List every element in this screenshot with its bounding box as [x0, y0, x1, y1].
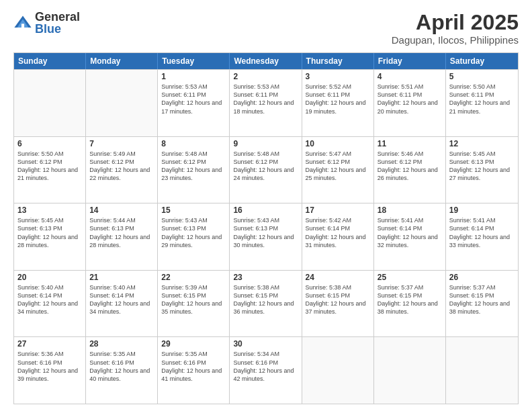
header-day-saturday: Saturday — [446, 53, 518, 69]
day-info: Sunrise: 5:53 AM Sunset: 6:11 PM Dayligh… — [233, 83, 298, 116]
cal-cell-23: 23Sunrise: 5:38 AM Sunset: 6:15 PM Dayli… — [230, 271, 302, 337]
day-number: 25 — [378, 273, 442, 282]
day-number: 14 — [89, 205, 154, 215]
day-number: 23 — [233, 273, 298, 282]
day-number: 16 — [233, 205, 298, 215]
header: General Blue April 2025 Dagupan, Ilocos,… — [13, 11, 519, 46]
day-number: 22 — [161, 273, 226, 282]
subtitle: Dagupan, Ilocos, Philippines — [392, 34, 519, 46]
cal-cell-7: 7Sunrise: 5:49 AM Sunset: 6:12 PM Daylig… — [86, 137, 158, 203]
page: General Blue April 2025 Dagupan, Ilocos,… — [0, 0, 532, 411]
day-info: Sunrise: 5:53 AM Sunset: 6:11 PM Dayligh… — [161, 83, 226, 116]
logo-blue-text: Blue — [35, 23, 80, 35]
main-title: April 2025 — [392, 11, 519, 34]
day-number: 21 — [89, 273, 154, 282]
day-info: Sunrise: 5:45 AM Sunset: 6:13 PM Dayligh… — [17, 216, 82, 249]
day-info: Sunrise: 5:48 AM Sunset: 6:12 PM Dayligh… — [161, 150, 226, 183]
logo-text: General Blue — [35, 11, 80, 35]
day-number: 6 — [17, 139, 82, 148]
day-info: Sunrise: 5:50 AM Sunset: 6:12 PM Dayligh… — [17, 150, 82, 183]
day-number: 13 — [17, 205, 82, 215]
cal-cell-16: 16Sunrise: 5:43 AM Sunset: 6:13 PM Dayli… — [230, 203, 302, 270]
calendar-header: SundayMondayTuesdayWednesdayThursdayFrid… — [14, 53, 518, 69]
day-info: Sunrise: 5:35 AM Sunset: 6:16 PM Dayligh… — [161, 350, 226, 383]
cal-cell-17: 17Sunrise: 5:42 AM Sunset: 6:14 PM Dayli… — [302, 203, 374, 270]
day-number: 11 — [378, 139, 442, 148]
day-number: 28 — [89, 339, 154, 349]
cal-cell-18: 18Sunrise: 5:41 AM Sunset: 6:14 PM Dayli… — [374, 203, 446, 270]
cal-cell-empty-0-1 — [86, 70, 158, 136]
calendar-body: 1Sunrise: 5:53 AM Sunset: 6:11 PM Daylig… — [14, 69, 518, 404]
day-info: Sunrise: 5:48 AM Sunset: 6:12 PM Dayligh… — [233, 150, 298, 183]
day-number: 4 — [378, 72, 442, 81]
cal-cell-30: 30Sunrise: 5:34 AM Sunset: 6:16 PM Dayli… — [230, 337, 302, 404]
cal-cell-27: 27Sunrise: 5:36 AM Sunset: 6:16 PM Dayli… — [14, 337, 86, 404]
header-day-sunday: Sunday — [14, 53, 86, 69]
week-row-1: 1Sunrise: 5:53 AM Sunset: 6:11 PM Daylig… — [14, 69, 518, 136]
cal-cell-5: 5Sunrise: 5:50 AM Sunset: 6:11 PM Daylig… — [446, 70, 518, 136]
day-info: Sunrise: 5:52 AM Sunset: 6:11 PM Dayligh… — [306, 83, 370, 116]
cal-cell-20: 20Sunrise: 5:40 AM Sunset: 6:14 PM Dayli… — [14, 271, 86, 337]
cal-cell-3: 3Sunrise: 5:52 AM Sunset: 6:11 PM Daylig… — [302, 70, 374, 136]
day-number: 1 — [161, 72, 226, 81]
cal-cell-2: 2Sunrise: 5:53 AM Sunset: 6:11 PM Daylig… — [230, 70, 302, 136]
day-number: 30 — [233, 339, 298, 349]
day-number: 8 — [161, 139, 226, 148]
day-number: 5 — [449, 72, 515, 81]
cal-cell-13: 13Sunrise: 5:45 AM Sunset: 6:13 PM Dayli… — [14, 203, 86, 270]
day-number: 19 — [449, 205, 515, 215]
day-info: Sunrise: 5:40 AM Sunset: 6:14 PM Dayligh… — [17, 283, 82, 316]
cal-cell-28: 28Sunrise: 5:35 AM Sunset: 6:16 PM Dayli… — [86, 337, 158, 404]
cal-cell-empty-4-6 — [446, 337, 518, 404]
cal-cell-14: 14Sunrise: 5:44 AM Sunset: 6:13 PM Dayli… — [86, 203, 158, 270]
header-day-friday: Friday — [374, 53, 446, 69]
cal-cell-8: 8Sunrise: 5:48 AM Sunset: 6:12 PM Daylig… — [158, 137, 230, 203]
day-info: Sunrise: 5:39 AM Sunset: 6:15 PM Dayligh… — [161, 283, 226, 316]
day-info: Sunrise: 5:42 AM Sunset: 6:14 PM Dayligh… — [306, 216, 370, 249]
day-info: Sunrise: 5:38 AM Sunset: 6:15 PM Dayligh… — [233, 283, 298, 316]
cal-cell-empty-4-5 — [374, 337, 446, 404]
cal-cell-21: 21Sunrise: 5:40 AM Sunset: 6:14 PM Dayli… — [86, 271, 158, 337]
title-block: April 2025 Dagupan, Ilocos, Philippines — [392, 11, 519, 46]
day-number: 15 — [161, 205, 226, 215]
cal-cell-15: 15Sunrise: 5:43 AM Sunset: 6:13 PM Dayli… — [158, 203, 230, 270]
day-info: Sunrise: 5:49 AM Sunset: 6:12 PM Dayligh… — [89, 150, 154, 183]
day-number: 26 — [449, 273, 515, 282]
day-number: 7 — [89, 139, 154, 148]
cal-cell-empty-4-4 — [302, 337, 374, 404]
header-day-wednesday: Wednesday — [230, 53, 302, 69]
logo-general-text: General — [35, 11, 80, 23]
header-day-thursday: Thursday — [302, 53, 374, 69]
day-info: Sunrise: 5:47 AM Sunset: 6:12 PM Dayligh… — [306, 150, 370, 183]
day-number: 20 — [17, 273, 82, 282]
day-info: Sunrise: 5:50 AM Sunset: 6:11 PM Dayligh… — [449, 83, 515, 116]
day-number: 27 — [17, 339, 82, 349]
cal-cell-6: 6Sunrise: 5:50 AM Sunset: 6:12 PM Daylig… — [14, 137, 86, 203]
day-number: 18 — [378, 205, 442, 215]
week-row-3: 13Sunrise: 5:45 AM Sunset: 6:13 PM Dayli… — [14, 203, 518, 270]
day-number: 2 — [233, 72, 298, 81]
day-info: Sunrise: 5:38 AM Sunset: 6:15 PM Dayligh… — [306, 283, 370, 316]
cal-cell-1: 1Sunrise: 5:53 AM Sunset: 6:11 PM Daylig… — [158, 70, 230, 136]
day-info: Sunrise: 5:35 AM Sunset: 6:16 PM Dayligh… — [89, 350, 154, 383]
day-info: Sunrise: 5:34 AM Sunset: 6:16 PM Dayligh… — [233, 350, 298, 383]
day-number: 17 — [306, 205, 370, 215]
day-info: Sunrise: 5:43 AM Sunset: 6:13 PM Dayligh… — [161, 216, 226, 249]
day-info: Sunrise: 5:41 AM Sunset: 6:14 PM Dayligh… — [449, 216, 515, 249]
cal-cell-10: 10Sunrise: 5:47 AM Sunset: 6:12 PM Dayli… — [302, 137, 374, 203]
day-info: Sunrise: 5:51 AM Sunset: 6:11 PM Dayligh… — [378, 83, 442, 116]
day-number: 3 — [306, 72, 370, 81]
cal-cell-9: 9Sunrise: 5:48 AM Sunset: 6:12 PM Daylig… — [230, 137, 302, 203]
cal-cell-12: 12Sunrise: 5:45 AM Sunset: 6:13 PM Dayli… — [446, 137, 518, 203]
day-info: Sunrise: 5:43 AM Sunset: 6:13 PM Dayligh… — [233, 216, 298, 249]
cal-cell-4: 4Sunrise: 5:51 AM Sunset: 6:11 PM Daylig… — [374, 70, 446, 136]
day-number: 10 — [306, 139, 370, 148]
calendar: SundayMondayTuesdayWednesdayThursdayFrid… — [13, 52, 519, 404]
header-day-tuesday: Tuesday — [158, 53, 230, 69]
day-info: Sunrise: 5:37 AM Sunset: 6:15 PM Dayligh… — [378, 283, 442, 316]
day-info: Sunrise: 5:44 AM Sunset: 6:13 PM Dayligh… — [89, 216, 154, 249]
week-row-2: 6Sunrise: 5:50 AM Sunset: 6:12 PM Daylig… — [14, 136, 518, 203]
day-info: Sunrise: 5:40 AM Sunset: 6:14 PM Dayligh… — [89, 283, 154, 316]
week-row-5: 27Sunrise: 5:36 AM Sunset: 6:16 PM Dayli… — [14, 336, 518, 404]
cal-cell-24: 24Sunrise: 5:38 AM Sunset: 6:15 PM Dayli… — [302, 271, 374, 337]
